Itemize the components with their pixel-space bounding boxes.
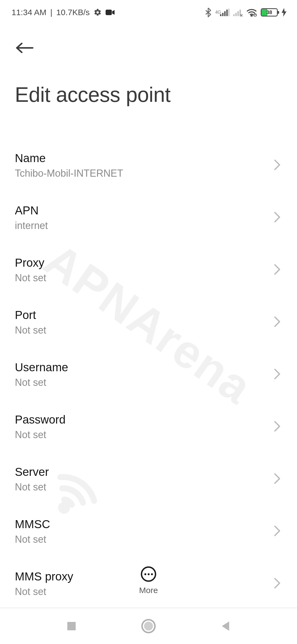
svg-rect-9: [237, 11, 239, 16]
more-icon: [141, 566, 156, 582]
svg-point-16: [144, 622, 153, 631]
svg-rect-2: [220, 14, 221, 16]
row-apn[interactable]: APN internet: [15, 192, 282, 244]
svg-rect-6: [229, 9, 229, 16]
chevron-right-icon: [273, 264, 281, 276]
row-username[interactable]: Username Not set: [15, 349, 282, 401]
row-value: Not set: [15, 377, 68, 388]
row-port[interactable]: Port Not set: [15, 296, 282, 349]
row-password[interactable]: Password Not set: [15, 401, 282, 453]
more-label: More: [139, 586, 158, 595]
row-value: Not set: [15, 534, 50, 545]
chevron-right-icon: [273, 368, 281, 381]
gear-icon: [94, 8, 102, 17]
svg-rect-5: [226, 10, 228, 16]
row-mmsc[interactable]: MMSC Not set: [15, 506, 282, 558]
chevron-right-icon: [273, 211, 281, 224]
svg-rect-1: [106, 10, 112, 15]
status-divider: |: [50, 8, 53, 17]
wifi-icon: [246, 8, 257, 17]
row-value: Not set: [15, 324, 46, 336]
nav-recent-button[interactable]: [63, 618, 80, 634]
status-speed: 10.7KB/s: [56, 8, 90, 17]
row-label: Port: [15, 309, 46, 322]
page-title: Edit access point: [15, 83, 282, 107]
status-time: 11:34 AM: [12, 8, 46, 17]
chevron-right-icon: [273, 473, 281, 485]
camera-icon: [106, 9, 115, 16]
svg-rect-4: [224, 11, 226, 16]
row-label: Username: [15, 361, 68, 374]
row-name[interactable]: Name Tchibo-Mobil-INTERNET: [15, 140, 282, 192]
row-value: Tchibo-Mobil-INTERNET: [15, 168, 123, 179]
row-value: Not set: [15, 481, 49, 493]
battery-icon: 38: [261, 8, 278, 17]
row-label: Server: [15, 465, 49, 479]
row-value: Not set: [15, 272, 46, 284]
signal-weak-icon: [233, 8, 243, 17]
chevron-right-icon: [273, 525, 281, 538]
more-button[interactable]: More: [0, 566, 297, 595]
svg-rect-7: [233, 14, 235, 16]
svg-point-12: [254, 13, 257, 16]
row-value: Not set: [15, 429, 65, 441]
row-label: MMSC: [15, 518, 50, 531]
row-value: internet: [15, 220, 48, 231]
status-bar: 11:34 AM | 10.7KB/s 4G 38: [0, 0, 297, 25]
svg-rect-14: [67, 622, 76, 630]
chevron-right-icon: [273, 159, 281, 172]
row-label: Proxy: [15, 256, 46, 269]
nav-back-button[interactable]: [217, 618, 234, 634]
svg-rect-8: [235, 13, 237, 16]
signal-4g-icon: 4G: [215, 8, 229, 17]
bluetooth-icon: [205, 7, 211, 17]
row-label: Name: [15, 152, 123, 165]
svg-point-11: [251, 15, 252, 16]
chevron-right-icon: [273, 421, 281, 433]
row-label: Password: [15, 413, 65, 426]
row-server[interactable]: Server Not set: [15, 453, 282, 506]
nav-home-button[interactable]: [140, 618, 157, 634]
chevron-right-icon: [273, 316, 281, 329]
system-nav-bar: [0, 608, 297, 644]
charging-icon: [282, 8, 287, 17]
back-button[interactable]: [15, 37, 37, 59]
apn-field-list: Name Tchibo-Mobil-INTERNET APN internet …: [0, 109, 297, 610]
svg-rect-3: [222, 13, 224, 16]
row-label: APN: [15, 204, 48, 217]
row-proxy[interactable]: Proxy Not set: [15, 244, 282, 296]
